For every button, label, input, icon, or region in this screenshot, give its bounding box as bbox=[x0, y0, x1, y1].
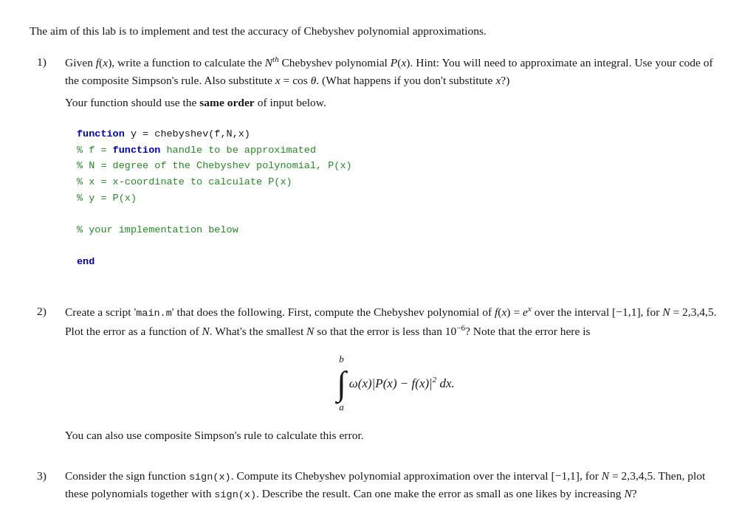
q1-text: Given f(x), write a function to calculat… bbox=[65, 53, 726, 285]
integral-symbol: ∫ bbox=[337, 368, 346, 398]
code-line-blank2 bbox=[77, 238, 715, 254]
question-3: 3) Consider the sign function sign(x). C… bbox=[30, 467, 726, 508]
comment-y: % y = P(x) bbox=[77, 193, 137, 204]
question-3-content: 3) Consider the sign function sign(x). C… bbox=[37, 467, 726, 508]
intro-text: The aim of this lab is to implement and … bbox=[30, 22, 726, 40]
lower-bound: a bbox=[339, 400, 344, 415]
code-block-1: function y = chebyshev(f,N,x) % f = func… bbox=[65, 119, 726, 277]
comment-n: % N = degree of the Chebyshev polynomial… bbox=[77, 160, 352, 171]
code-line-impl: % your implementation below bbox=[77, 222, 715, 238]
comment-impl: % your implementation below bbox=[77, 224, 238, 235]
q2-para1: Create a script 'main.m' that does the f… bbox=[65, 303, 726, 340]
comment-f-rest: handle to be approximated bbox=[160, 145, 316, 156]
code-line-2: % f = function handle to be approximated bbox=[77, 142, 715, 159]
comment-f: % f = bbox=[77, 145, 113, 156]
q3-para1: Consider the sign function sign(x). Comp… bbox=[65, 467, 726, 504]
q1-number: 1) bbox=[37, 53, 65, 71]
keyword-function-2: function bbox=[113, 145, 161, 156]
keyword-end: end bbox=[77, 256, 94, 267]
q3-number: 3) bbox=[37, 467, 65, 485]
q1-para2: Your function should use the same order … bbox=[65, 94, 726, 111]
integral-expression: ω(x)|P(x) − f(x)|2 dx. bbox=[349, 373, 455, 393]
question-2: 2) Create a script 'main.m' that does th… bbox=[30, 303, 726, 449]
q1-para1: Given f(x), write a function to calculat… bbox=[65, 53, 726, 89]
code-line-blank1 bbox=[77, 206, 715, 222]
q2-number: 2) bbox=[37, 303, 65, 320]
q3-text: Consider the sign function sign(x). Comp… bbox=[65, 467, 726, 508]
code-line-end: end bbox=[77, 254, 715, 270]
integral-display: b ∫ a ω(x)|P(x) − f(x)|2 dx. bbox=[65, 352, 726, 415]
question-2-content: 2) Create a script 'main.m' that does th… bbox=[37, 303, 726, 449]
question-1: 1) Given f(x), write a function to calcu… bbox=[30, 53, 726, 285]
code-signature: y = chebyshev(f,N,x) bbox=[125, 128, 250, 139]
code-line-5: % y = P(x) bbox=[77, 190, 715, 207]
code-line-3: % N = degree of the Chebyshev polynomial… bbox=[77, 158, 715, 174]
q2-text: Create a script 'main.m' that does the f… bbox=[65, 303, 726, 449]
comment-x: % x = x-coordinate to calculate P(x) bbox=[77, 176, 292, 187]
q2-para2: You can also use composite Simpson's rul… bbox=[65, 426, 726, 444]
code-line-1: function y = chebyshev(f,N,x) bbox=[77, 126, 715, 142]
question-1-content: 1) Given f(x), write a function to calcu… bbox=[37, 53, 726, 285]
keyword-function: function bbox=[77, 128, 125, 139]
code-line-4: % x = x-coordinate to calculate P(x) bbox=[77, 174, 715, 190]
